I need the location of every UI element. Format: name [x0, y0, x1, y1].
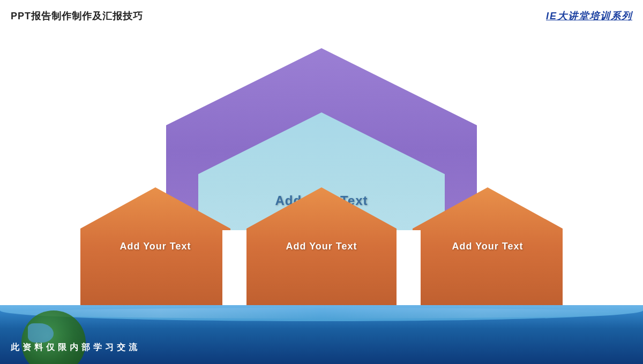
wave-decoration: [0, 308, 643, 321]
arrow-orange-center-text: Add Your Text: [286, 241, 357, 252]
header-title: PPT报告制作制作及汇报技巧: [11, 10, 143, 22]
gap-left: [222, 230, 246, 305]
arrow-orange-left-text: Add Your Text: [119, 241, 191, 252]
pyramid-container: Add Your Text Add Your Text Add Your Tex…: [80, 48, 563, 305]
footer: 此资料仅限内部学习交流: [0, 305, 643, 364]
gap-right: [397, 230, 421, 305]
footer-text: 此资料仅限内部学习交流: [11, 342, 140, 353]
header-subtitle: IE大讲堂培训系列: [546, 10, 632, 22]
ocean-background: [0, 305, 643, 364]
header: PPT报告制作制作及汇报技巧 IE大讲堂培训系列: [0, 0, 643, 32]
main-content: Add Your Text Add Your Text Add Your Tex…: [0, 32, 643, 305]
arrow-orange-right-text: Add Your Text: [452, 241, 523, 252]
